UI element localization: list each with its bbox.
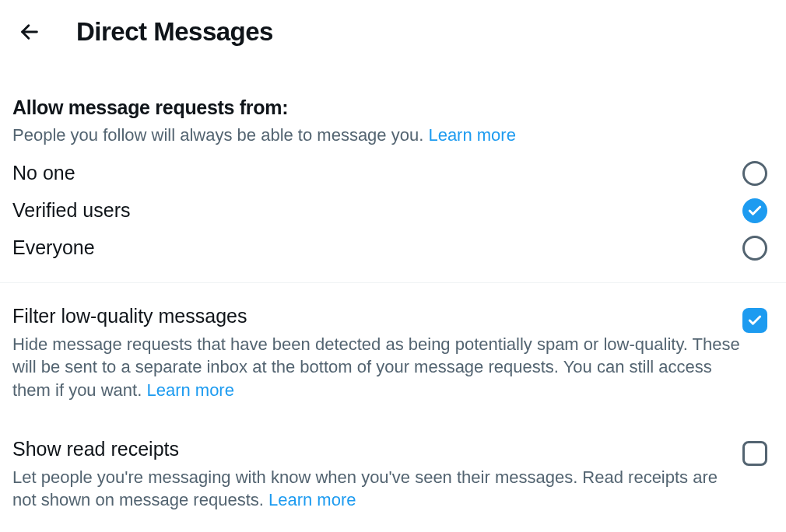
allow-subtitle-text: People you follow will always be able to… <box>12 125 428 145</box>
filter-title: Filter low-quality messages <box>12 305 247 327</box>
receipts-learn-more-link[interactable]: Learn more <box>268 490 356 509</box>
receipts-description: Let people you're messaging with know wh… <box>12 466 744 512</box>
receipts-section: Show read receipts Let people you're mes… <box>0 416 786 512</box>
option-label-verified: Verified users <box>12 199 130 222</box>
filter-section: Filter low-quality messages Hide message… <box>0 283 786 402</box>
back-button[interactable] <box>16 18 44 46</box>
allow-learn-more-link[interactable]: Learn more <box>428 125 516 145</box>
receipts-checkbox[interactable] <box>742 441 767 466</box>
option-label-no-one: No one <box>12 162 75 184</box>
check-icon <box>747 203 763 219</box>
option-label-everyone: Everyone <box>12 236 95 259</box>
filter-checkbox[interactable] <box>742 308 767 333</box>
page-header: Direct Messages <box>0 0 786 64</box>
page-title: Direct Messages <box>76 17 273 47</box>
allow-section: Allow message requests from: People you … <box>0 96 786 267</box>
radio-no-one[interactable] <box>742 161 767 186</box>
option-no-one[interactable]: No one <box>12 155 774 192</box>
filter-description: Hide message requests that have been det… <box>12 333 744 402</box>
radio-everyone[interactable] <box>742 236 767 261</box>
receipts-desc-text: Let people you're messaging with know wh… <box>12 467 718 510</box>
arrow-left-icon <box>19 21 40 43</box>
filter-desc-text: Hide message requests that have been det… <box>12 334 740 400</box>
option-everyone[interactable]: Everyone <box>12 229 774 267</box>
option-verified-users[interactable]: Verified users <box>12 192 774 229</box>
allow-section-subtitle: People you follow will always be able to… <box>12 124 774 147</box>
filter-learn-more-link[interactable]: Learn more <box>146 380 234 400</box>
receipts-title: Show read receipts <box>12 438 179 460</box>
check-icon <box>747 313 763 328</box>
radio-verified-users[interactable] <box>742 198 767 223</box>
allow-section-title: Allow message requests from: <box>12 96 774 119</box>
